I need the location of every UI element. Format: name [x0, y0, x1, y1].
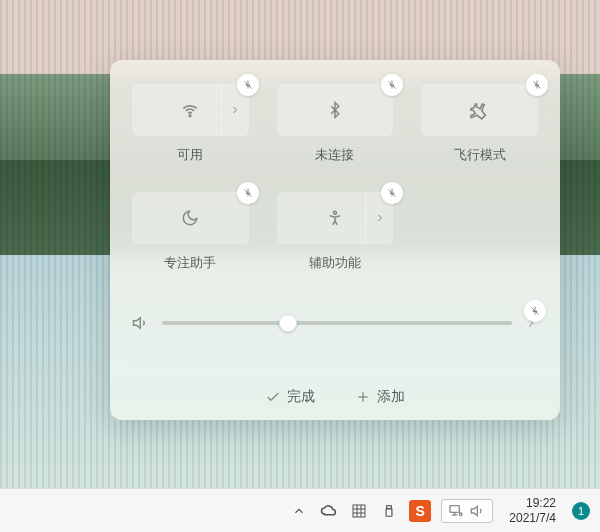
bluetooth-unpin-button[interactable]: [381, 74, 403, 96]
sogou-label: S: [416, 503, 425, 519]
volume-tray-icon: [470, 503, 486, 519]
moon-icon: [181, 209, 199, 227]
onedrive-icon[interactable]: [319, 501, 339, 521]
quick-settings-panel: 可用 未连接: [110, 60, 560, 420]
accessibility-unpin-button[interactable]: [381, 182, 403, 204]
chevron-right-icon: [229, 104, 241, 116]
plus-icon: [355, 389, 371, 405]
svg-rect-18: [450, 505, 459, 512]
volume-unpin-button[interactable]: [524, 300, 546, 322]
grid-icon[interactable]: [349, 501, 369, 521]
clock[interactable]: 19:22 2021/7/4: [509, 496, 556, 525]
wifi-button[interactable]: [132, 84, 249, 136]
system-tray: S 19:22 2021/7/4 1: [289, 496, 590, 525]
network-icon: [448, 503, 464, 519]
focus-assist-button[interactable]: [132, 192, 249, 244]
wifi-icon: [180, 100, 200, 120]
bluetooth-icon: [326, 101, 344, 119]
volume-icon[interactable]: [132, 314, 150, 332]
done-button[interactable]: 完成: [265, 388, 315, 406]
unpin-icon: [529, 305, 541, 317]
unpin-icon: [386, 79, 398, 91]
volume-slider[interactable]: [162, 321, 512, 325]
svg-rect-17: [386, 508, 392, 516]
focus-assist-tile: 专注助手: [132, 192, 249, 272]
tray-overflow-button[interactable]: [289, 501, 309, 521]
done-label: 完成: [287, 388, 315, 406]
unpin-icon: [242, 187, 254, 199]
airplane-mode-button[interactable]: [421, 84, 538, 136]
clock-date: 2021/7/4: [509, 511, 556, 525]
add-button[interactable]: 添加: [355, 388, 405, 406]
svg-marker-22: [472, 506, 478, 515]
chevron-right-icon: [374, 212, 386, 224]
wifi-unpin-button[interactable]: [237, 74, 259, 96]
volume-slider-thumb[interactable]: [279, 314, 297, 332]
notification-badge[interactable]: 1: [572, 502, 590, 520]
add-label: 添加: [377, 388, 405, 406]
accessibility-tile: 辅助功能: [277, 192, 394, 272]
accessibility-button[interactable]: [277, 192, 394, 244]
clock-time: 19:22: [509, 496, 556, 510]
airplane-label: 飞行模式: [454, 146, 506, 164]
notification-count: 1: [578, 505, 584, 517]
unpin-icon: [531, 79, 543, 91]
volume-row: [132, 314, 538, 332]
taskbar: S 19:22 2021/7/4 1: [0, 488, 600, 532]
airplane-icon: [470, 100, 490, 120]
svg-point-5: [333, 211, 336, 214]
accessibility-label: 辅助功能: [309, 254, 361, 272]
check-icon: [265, 389, 281, 405]
bluetooth-button[interactable]: [277, 84, 394, 136]
bluetooth-tile: 未连接: [277, 84, 394, 164]
airplane-unpin-button[interactable]: [526, 74, 548, 96]
airplane-mode-tile: 飞行模式: [421, 84, 538, 164]
svg-rect-11: [353, 505, 365, 517]
focus-label: 专注助手: [164, 254, 216, 272]
accessibility-icon: [326, 209, 344, 227]
panel-actions: 完成 添加: [132, 378, 538, 406]
usb-icon[interactable]: [379, 501, 399, 521]
unpin-icon: [386, 187, 398, 199]
bluetooth-label: 未连接: [315, 146, 354, 164]
wifi-label: 可用: [177, 146, 203, 164]
svg-marker-7: [134, 318, 141, 329]
quick-settings-taskbar-button[interactable]: [441, 499, 493, 523]
unpin-icon: [242, 79, 254, 91]
sogou-ime-icon[interactable]: S: [409, 500, 431, 522]
quick-settings-tiles: 可用 未连接: [132, 84, 538, 272]
svg-point-0: [189, 115, 191, 117]
focus-unpin-button[interactable]: [237, 182, 259, 204]
wifi-tile: 可用: [132, 84, 249, 164]
svg-point-21: [460, 513, 463, 516]
